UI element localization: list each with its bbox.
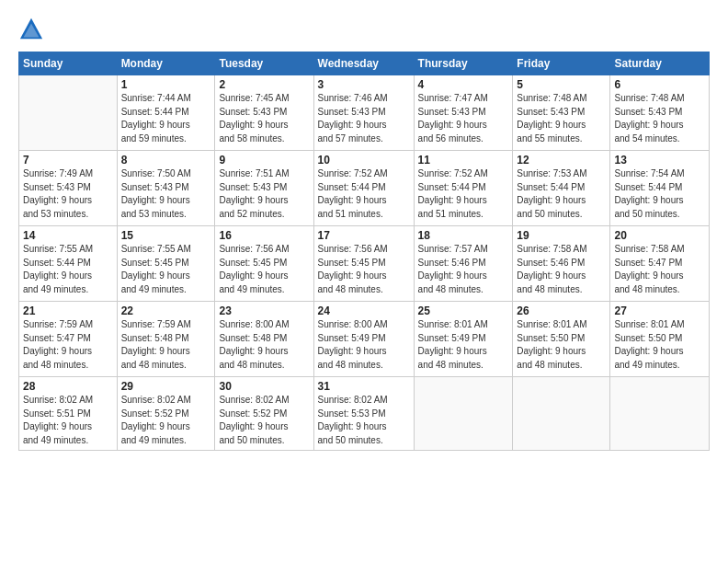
calendar-day-header: Sunday <box>19 52 118 75</box>
calendar-cell: 8Sunrise: 7:50 AMSunset: 5:43 PMDaylight… <box>117 151 215 226</box>
calendar-cell: 19Sunrise: 7:58 AMSunset: 5:46 PMDayligh… <box>513 226 610 302</box>
day-info: Sunrise: 8:02 AMSunset: 5:52 PMDaylight:… <box>219 394 309 447</box>
calendar-cell: 9Sunrise: 7:51 AMSunset: 5:43 PMDaylight… <box>215 151 313 226</box>
day-info: Sunrise: 7:59 AMSunset: 5:48 PMDaylight:… <box>121 318 211 372</box>
day-number: 20 <box>614 229 705 242</box>
day-number: 6 <box>614 78 705 91</box>
calendar-cell: 23Sunrise: 8:00 AMSunset: 5:48 PMDayligh… <box>215 302 313 377</box>
day-number: 26 <box>517 304 606 317</box>
day-info: Sunrise: 8:01 AMSunset: 5:50 PMDaylight:… <box>614 318 705 372</box>
day-info: Sunrise: 7:48 AMSunset: 5:43 PMDaylight:… <box>517 92 606 145</box>
day-number: 25 <box>418 304 509 317</box>
day-number: 5 <box>517 78 606 91</box>
calendar-cell: 6Sunrise: 7:48 AMSunset: 5:43 PMDaylight… <box>610 75 710 151</box>
calendar-header-row: SundayMondayTuesdayWednesdayThursdayFrid… <box>19 52 710 75</box>
day-number: 13 <box>614 154 705 167</box>
day-number: 16 <box>219 229 309 242</box>
day-number: 9 <box>219 154 309 167</box>
day-number: 30 <box>219 380 309 393</box>
calendar-day-header: Wednesday <box>313 52 414 75</box>
calendar-day-header: Saturday <box>610 52 710 75</box>
page: SundayMondayTuesdayWednesdayThursdayFrid… <box>0 0 728 563</box>
day-number: 18 <box>418 229 509 242</box>
calendar-cell <box>513 377 610 451</box>
calendar-day-header: Monday <box>117 52 215 75</box>
day-info: Sunrise: 7:49 AMSunset: 5:43 PMDaylight:… <box>23 167 113 221</box>
calendar-cell: 5Sunrise: 7:48 AMSunset: 5:43 PMDaylight… <box>513 75 610 151</box>
day-info: Sunrise: 7:58 AMSunset: 5:46 PMDaylight:… <box>517 243 606 296</box>
day-info: Sunrise: 8:02 AMSunset: 5:51 PMDaylight:… <box>23 394 113 447</box>
day-info: Sunrise: 8:00 AMSunset: 5:49 PMDaylight:… <box>318 318 410 372</box>
day-info: Sunrise: 7:46 AMSunset: 5:43 PMDaylight:… <box>318 92 410 145</box>
day-info: Sunrise: 7:44 AMSunset: 5:44 PMDaylight:… <box>121 92 211 145</box>
day-number: 31 <box>318 380 410 393</box>
calendar-cell: 15Sunrise: 7:55 AMSunset: 5:45 PMDayligh… <box>117 226 215 302</box>
day-info: Sunrise: 8:02 AMSunset: 5:52 PMDaylight:… <box>121 394 211 447</box>
calendar-cell <box>414 377 513 451</box>
calendar-cell: 29Sunrise: 8:02 AMSunset: 5:52 PMDayligh… <box>117 377 215 451</box>
day-number: 17 <box>318 229 410 242</box>
calendar-cell <box>610 377 710 451</box>
calendar-day-header: Friday <box>513 52 610 75</box>
calendar-week-row: 1Sunrise: 7:44 AMSunset: 5:44 PMDaylight… <box>19 75 710 151</box>
calendar-cell: 7Sunrise: 7:49 AMSunset: 5:43 PMDaylight… <box>19 151 118 226</box>
day-number: 7 <box>23 154 113 167</box>
day-info: Sunrise: 8:00 AMSunset: 5:48 PMDaylight:… <box>219 318 309 372</box>
day-info: Sunrise: 7:53 AMSunset: 5:44 PMDaylight:… <box>517 167 606 221</box>
calendar-cell: 4Sunrise: 7:47 AMSunset: 5:43 PMDaylight… <box>414 75 513 151</box>
day-number: 12 <box>517 154 606 167</box>
day-info: Sunrise: 7:45 AMSunset: 5:43 PMDaylight:… <box>219 92 309 145</box>
day-info: Sunrise: 7:54 AMSunset: 5:44 PMDaylight:… <box>614 167 705 221</box>
day-number: 14 <box>23 229 113 242</box>
calendar-cell: 25Sunrise: 8:01 AMSunset: 5:49 PMDayligh… <box>414 302 513 377</box>
day-number: 29 <box>121 380 211 393</box>
logo <box>18 17 48 42</box>
calendar-cell: 24Sunrise: 8:00 AMSunset: 5:49 PMDayligh… <box>313 302 414 377</box>
calendar-week-row: 28Sunrise: 8:02 AMSunset: 5:51 PMDayligh… <box>19 377 710 451</box>
header <box>18 17 710 42</box>
day-number: 8 <box>121 154 211 167</box>
day-number: 19 <box>517 229 606 242</box>
day-info: Sunrise: 7:56 AMSunset: 5:45 PMDaylight:… <box>219 243 309 296</box>
day-number: 4 <box>418 78 509 91</box>
day-info: Sunrise: 7:50 AMSunset: 5:43 PMDaylight:… <box>121 167 211 221</box>
calendar-cell: 14Sunrise: 7:55 AMSunset: 5:44 PMDayligh… <box>19 226 118 302</box>
day-number: 28 <box>23 380 113 393</box>
day-info: Sunrise: 8:02 AMSunset: 5:53 PMDaylight:… <box>318 394 410 447</box>
day-info: Sunrise: 7:52 AMSunset: 5:44 PMDaylight:… <box>318 167 410 221</box>
calendar-cell: 26Sunrise: 8:01 AMSunset: 5:50 PMDayligh… <box>513 302 610 377</box>
day-number: 22 <box>121 304 211 317</box>
calendar-cell: 10Sunrise: 7:52 AMSunset: 5:44 PMDayligh… <box>313 151 414 226</box>
day-info: Sunrise: 7:59 AMSunset: 5:47 PMDaylight:… <box>23 318 113 372</box>
day-info: Sunrise: 7:52 AMSunset: 5:44 PMDaylight:… <box>418 167 509 221</box>
calendar-cell: 13Sunrise: 7:54 AMSunset: 5:44 PMDayligh… <box>610 151 710 226</box>
day-info: Sunrise: 7:48 AMSunset: 5:43 PMDaylight:… <box>614 92 705 145</box>
calendar-cell: 18Sunrise: 7:57 AMSunset: 5:46 PMDayligh… <box>414 226 513 302</box>
day-info: Sunrise: 7:57 AMSunset: 5:46 PMDaylight:… <box>418 243 509 296</box>
calendar-day-header: Thursday <box>414 52 513 75</box>
day-number: 27 <box>614 304 705 317</box>
calendar-cell: 28Sunrise: 8:02 AMSunset: 5:51 PMDayligh… <box>19 377 118 451</box>
day-number: 21 <box>23 304 113 317</box>
calendar-week-row: 7Sunrise: 7:49 AMSunset: 5:43 PMDaylight… <box>19 151 710 226</box>
calendar-cell: 2Sunrise: 7:45 AMSunset: 5:43 PMDaylight… <box>215 75 313 151</box>
calendar-cell: 11Sunrise: 7:52 AMSunset: 5:44 PMDayligh… <box>414 151 513 226</box>
calendar-cell: 1Sunrise: 7:44 AMSunset: 5:44 PMDaylight… <box>117 75 215 151</box>
calendar-cell: 17Sunrise: 7:56 AMSunset: 5:45 PMDayligh… <box>313 226 414 302</box>
day-number: 3 <box>318 78 410 91</box>
calendar-cell: 31Sunrise: 8:02 AMSunset: 5:53 PMDayligh… <box>313 377 414 451</box>
day-number: 1 <box>121 78 211 91</box>
logo-icon <box>18 17 44 42</box>
calendar-cell: 20Sunrise: 7:58 AMSunset: 5:47 PMDayligh… <box>610 226 710 302</box>
calendar-week-row: 21Sunrise: 7:59 AMSunset: 5:47 PMDayligh… <box>19 302 710 377</box>
calendar-cell: 12Sunrise: 7:53 AMSunset: 5:44 PMDayligh… <box>513 151 610 226</box>
day-info: Sunrise: 8:01 AMSunset: 5:49 PMDaylight:… <box>418 318 509 372</box>
day-number: 24 <box>318 304 410 317</box>
day-info: Sunrise: 7:51 AMSunset: 5:43 PMDaylight:… <box>219 167 309 221</box>
calendar-cell: 27Sunrise: 8:01 AMSunset: 5:50 PMDayligh… <box>610 302 710 377</box>
calendar-day-header: Tuesday <box>215 52 313 75</box>
day-number: 2 <box>219 78 309 91</box>
calendar-cell: 3Sunrise: 7:46 AMSunset: 5:43 PMDaylight… <box>313 75 414 151</box>
calendar-cell: 21Sunrise: 7:59 AMSunset: 5:47 PMDayligh… <box>19 302 118 377</box>
calendar-cell: 16Sunrise: 7:56 AMSunset: 5:45 PMDayligh… <box>215 226 313 302</box>
